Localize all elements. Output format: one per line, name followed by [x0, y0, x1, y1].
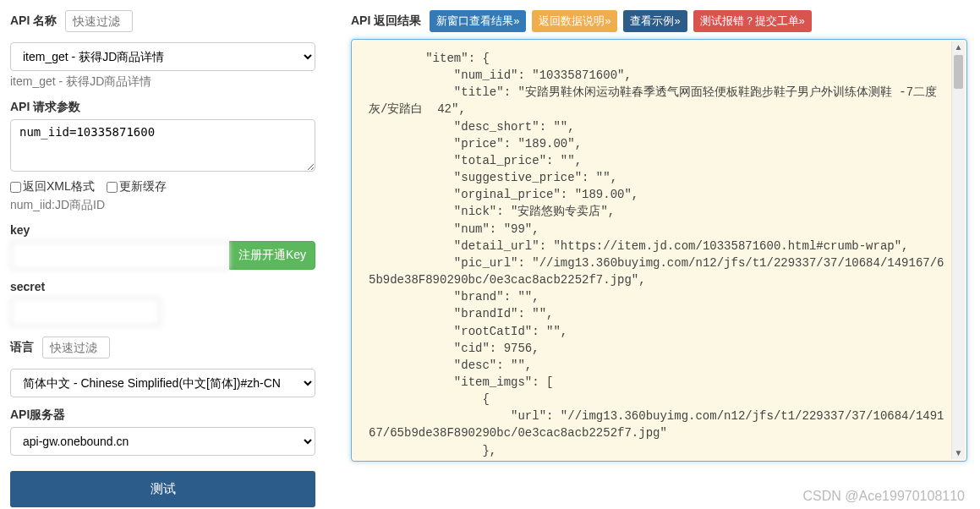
scroll-up-icon[interactable]: ▲ [952, 41, 965, 53]
api-name-filter[interactable] [65, 10, 133, 32]
cache-checkbox-label[interactable]: 更新缓存 [107, 179, 167, 193]
right-panel: API 返回结果 新窗口查看结果» 返回数据说明» 查看示例» 测试报错？提交工… [326, 0, 980, 509]
xml-checkbox-label[interactable]: 返回XML格式 [10, 179, 95, 193]
api-name-select[interactable]: item_get - 获得JD商品详情 [10, 42, 315, 71]
key-label: key [10, 223, 315, 237]
server-label: API服务器 [10, 408, 315, 423]
lang-filter[interactable] [42, 337, 110, 358]
api-name-label: API 名称 [10, 14, 57, 29]
scroll-down-icon[interactable]: ▼ [952, 447, 965, 459]
result-box[interactable]: "item": { "num_iid": "10335871600", "tit… [351, 39, 967, 462]
param-hint: num_iid:JD商品ID [10, 198, 315, 213]
pill-example[interactable]: 查看示例» [623, 10, 687, 32]
scrollbar[interactable]: ▲ ▼ [951, 41, 965, 459]
result-title: API 返回结果 [351, 14, 421, 27]
xml-checkbox[interactable] [10, 182, 21, 193]
api-params-textarea[interactable]: num_iid=10335871600 [10, 119, 315, 172]
key-input[interactable] [10, 241, 229, 270]
test-button[interactable]: 测试 [10, 471, 315, 507]
pill-report[interactable]: 测试报错？提交工单» [693, 10, 812, 32]
scrollbar-thumb[interactable] [954, 55, 963, 89]
pill-new-window[interactable]: 新窗口查看结果» [430, 10, 526, 32]
pill-data-desc[interactable]: 返回数据说明» [532, 10, 617, 32]
api-params-label: API 请求参数 [10, 100, 315, 115]
api-name-muted: item_get - 获得JD商品详情 [10, 74, 315, 90]
secret-label: secret [10, 280, 315, 293]
left-panel: API 名称 item_get - 获得JD商品详情 item_get - 获得… [0, 0, 326, 509]
result-content: "item": { "num_iid": "10335871600", "tit… [369, 50, 950, 462]
secret-input[interactable] [10, 298, 161, 326]
lang-select[interactable]: 简体中文 - Chinese Simplified(中文[简体])#zh-CN [10, 369, 315, 397]
lang-label: 语言 [10, 340, 34, 355]
server-select[interactable]: api-gw.onebound.cn [10, 427, 315, 456]
cache-checkbox[interactable] [107, 182, 118, 193]
register-key-button[interactable]: 注册开通Key [229, 241, 315, 270]
